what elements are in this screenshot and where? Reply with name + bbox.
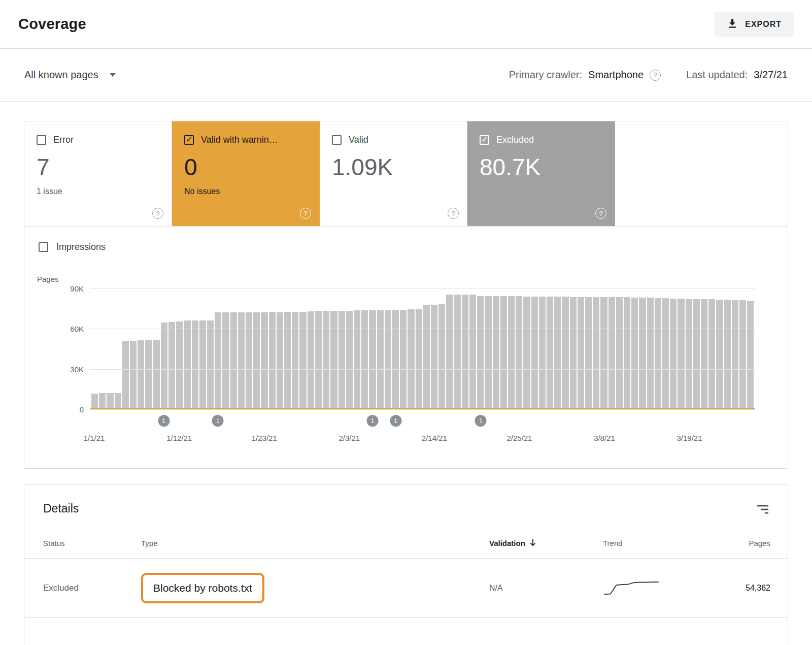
- status-card-valid-with-warnings[interactable]: Valid with warnin… 0 No issues ?: [172, 121, 320, 226]
- chart-bar[interactable]: [176, 321, 183, 409]
- chart-bar[interactable]: [516, 296, 522, 409]
- chart-bar[interactable]: [608, 297, 615, 409]
- chart-annotation-marker[interactable]: 1: [158, 415, 170, 427]
- error-checkbox[interactable]: [37, 135, 46, 145]
- details-row[interactable]: Excluded Blocked by robots.txt N/A 54,36…: [24, 559, 788, 618]
- chart-bar[interactable]: [431, 305, 437, 409]
- chart-bar[interactable]: [416, 309, 422, 409]
- chart-bar[interactable]: [531, 297, 538, 409]
- chart-bar[interactable]: [508, 296, 515, 409]
- chart-bar[interactable]: [493, 296, 499, 409]
- row-type-highlighted[interactable]: Blocked by robots.txt: [141, 573, 264, 603]
- chart-bar[interactable]: [578, 297, 584, 409]
- chart-bar[interactable]: [122, 341, 129, 409]
- chart-bar[interactable]: [115, 393, 121, 409]
- chart-bar[interactable]: [693, 299, 700, 409]
- chart-bar[interactable]: [600, 297, 607, 409]
- chart-bar[interactable]: [701, 299, 707, 409]
- chart-bar[interactable]: [99, 393, 106, 409]
- chart-bar[interactable]: [616, 297, 623, 409]
- chart-bar[interactable]: [91, 394, 98, 409]
- chart-bar[interactable]: [238, 312, 245, 409]
- impressions-checkbox[interactable]: [39, 242, 48, 252]
- chart-bar[interactable]: [199, 320, 206, 409]
- chart-bar[interactable]: [647, 298, 654, 409]
- chart-bar[interactable]: [423, 305, 430, 409]
- chart-bar[interactable]: [631, 298, 638, 409]
- chart-bar[interactable]: [732, 300, 738, 409]
- chart-bar[interactable]: [485, 296, 491, 409]
- help-icon[interactable]: ?: [595, 208, 606, 219]
- chart-bar[interactable]: [500, 296, 507, 409]
- impressions-toggle[interactable]: Impressions: [39, 242, 788, 252]
- chart-bar[interactable]: [215, 312, 221, 409]
- chart-bar[interactable]: [469, 295, 476, 409]
- chart-bar[interactable]: [261, 312, 267, 409]
- chart-bar[interactable]: [678, 299, 684, 409]
- chart-bar[interactable]: [168, 322, 175, 409]
- chart-bar[interactable]: [161, 322, 167, 409]
- chart-bar[interactable]: [523, 297, 530, 409]
- chart-bar[interactable]: [438, 304, 445, 409]
- chart-bar[interactable]: [554, 297, 561, 409]
- chart-bar[interactable]: [330, 311, 337, 409]
- chart-bar[interactable]: [253, 312, 260, 409]
- chart-bar[interactable]: [130, 341, 137, 409]
- chart-bar[interactable]: [192, 320, 198, 409]
- chart-bar[interactable]: [408, 309, 414, 409]
- chart-annotation-marker[interactable]: 1: [366, 415, 378, 427]
- chart-bar[interactable]: [562, 297, 568, 409]
- chart-bar[interactable]: [207, 320, 214, 409]
- chart-bar[interactable]: [446, 295, 453, 409]
- chart-bar[interactable]: [246, 312, 252, 409]
- chart-bar[interactable]: [724, 300, 731, 409]
- scope-dropdown[interactable]: All known pages: [24, 69, 116, 81]
- chart-bar[interactable]: [400, 310, 407, 409]
- chart-bar[interactable]: [547, 297, 553, 409]
- chart-bar[interactable]: [454, 295, 461, 409]
- chart-bar[interactable]: [308, 311, 314, 409]
- chart-bar[interactable]: [624, 297, 630, 409]
- chart-bar[interactable]: [369, 310, 376, 409]
- chart-bar[interactable]: [284, 312, 291, 409]
- chart-annotation-marker[interactable]: 1: [475, 415, 487, 427]
- chart-bar[interactable]: [323, 311, 329, 409]
- status-card-error[interactable]: Error 7 1 issue ?: [24, 121, 172, 226]
- chart-bar[interactable]: [145, 340, 152, 409]
- export-button[interactable]: EXPORT: [715, 12, 794, 37]
- chart-bar[interactable]: [339, 311, 345, 409]
- chart-bar[interactable]: [184, 320, 190, 409]
- filter-icon[interactable]: [757, 502, 769, 516]
- chart-bar[interactable]: [377, 310, 384, 409]
- chart-bar[interactable]: [716, 300, 723, 409]
- chart-bar[interactable]: [747, 301, 754, 409]
- chart-bar[interactable]: [354, 310, 360, 409]
- chart-bar[interactable]: [138, 340, 144, 409]
- col-header-validation[interactable]: Validation: [489, 538, 603, 548]
- chart-bar[interactable]: [292, 312, 298, 409]
- chart-bar[interactable]: [107, 393, 113, 409]
- chart-bar[interactable]: [477, 296, 484, 409]
- chart-bar[interactable]: [385, 310, 391, 409]
- chart-bar[interactable]: [269, 312, 276, 409]
- chart-bar[interactable]: [222, 312, 229, 409]
- chart-bar[interactable]: [230, 312, 237, 409]
- chart-bar[interactable]: [739, 300, 746, 409]
- excluded-checkbox[interactable]: [480, 135, 489, 145]
- status-card-excluded[interactable]: Excluded 80.7K ?: [467, 121, 615, 226]
- chart-bar[interactable]: [539, 297, 546, 409]
- chart-bar[interactable]: [593, 297, 599, 409]
- chart-annotation-marker[interactable]: 1: [390, 415, 401, 427]
- valid-with-warnings-checkbox[interactable]: [184, 135, 194, 145]
- chart-bar[interactable]: [639, 298, 646, 409]
- chart-annotation-marker[interactable]: 1: [212, 415, 224, 427]
- chart-bar[interactable]: [570, 297, 577, 409]
- chart-bar[interactable]: [153, 340, 160, 409]
- chart-bar[interactable]: [708, 299, 715, 409]
- help-icon[interactable]: ?: [448, 208, 459, 219]
- chart-bar[interactable]: [346, 311, 353, 409]
- chart-bar[interactable]: [315, 311, 322, 409]
- chart-bar[interactable]: [392, 310, 399, 409]
- chart-bar[interactable]: [686, 299, 692, 409]
- help-icon[interactable]: ?: [300, 208, 311, 219]
